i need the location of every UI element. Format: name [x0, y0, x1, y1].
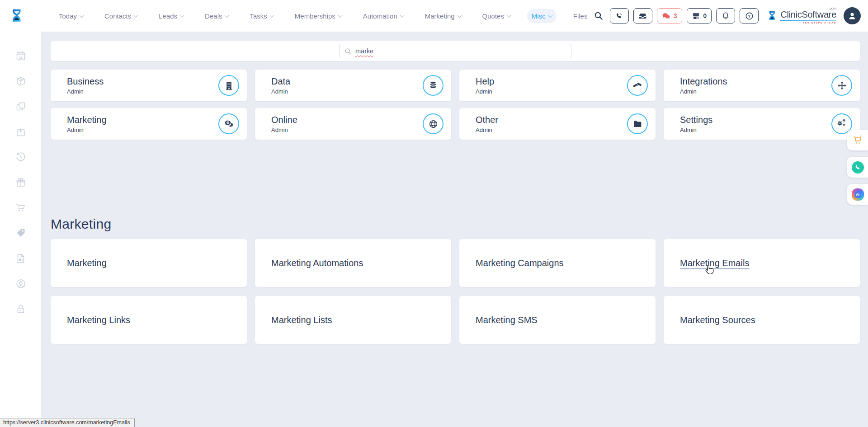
card-help[interactable]: Help Admin — [459, 70, 656, 101]
store-count-badge: 0 — [703, 12, 707, 19]
chevron-down-icon — [225, 13, 229, 18]
nav-item-leads[interactable]: Leads — [154, 9, 188, 23]
admin-card-grid: Business Admin Data Admin Help Admin — [51, 70, 860, 140]
search-band: marke — [51, 41, 860, 61]
package-icon[interactable] — [15, 76, 26, 87]
history-icon[interactable] — [15, 152, 26, 163]
clinicsoftware-brand[interactable]: ClinicSoftware .com TEN STEPS AHEAD — [767, 8, 836, 24]
card-marketing-emails[interactable]: Marketing Emails — [664, 239, 860, 287]
clinicsoftware-logo-icon[interactable] — [9, 5, 24, 27]
chevron-down-icon — [457, 13, 462, 18]
nav-item-misc[interactable]: Misc — [527, 9, 557, 23]
nav-item-marketing[interactable]: Marketing — [420, 9, 466, 23]
card-marketing[interactable]: Marketing — [51, 239, 247, 287]
chat-count-badge: 3 — [674, 12, 677, 19]
nav-item-quotes[interactable]: Quotes — [478, 9, 515, 23]
gift-icon[interactable] — [15, 177, 26, 188]
card-business[interactable]: Business Admin — [51, 70, 247, 101]
chevron-down-icon — [80, 13, 84, 18]
store-button[interactable]: 0 — [687, 8, 712, 23]
helping-hands-icon — [627, 75, 648, 96]
brand-name: ClinicSoftware — [780, 9, 836, 19]
calendar-12-icon[interactable]: 12 — [15, 51, 26, 61]
top-bar: Today Contacts Leads Deals Tasks Members… — [0, 0, 868, 32]
chevron-down-icon — [269, 13, 274, 18]
chevron-down-icon — [338, 13, 342, 18]
chevron-down-icon — [180, 13, 184, 18]
nav-item-automation[interactable]: Automation — [359, 9, 408, 23]
store-icon — [692, 12, 700, 20]
left-sidebar: 12 — [0, 32, 41, 427]
globe-icon — [423, 113, 443, 134]
folder-icon — [627, 113, 648, 134]
card-settings[interactable]: Settings Admin — [664, 108, 860, 140]
phone-floating-button[interactable] — [847, 157, 868, 178]
chevron-down-icon — [400, 13, 404, 18]
chats-button[interactable]: 3 — [657, 8, 682, 23]
chevron-down-icon — [548, 13, 552, 18]
main-nav: Today Contacts Leads Deals Tasks Members… — [54, 9, 592, 23]
bell-icon — [722, 12, 730, 20]
tag-icon[interactable] — [15, 228, 26, 239]
card-marketing-links[interactable]: Marketing Links — [51, 296, 247, 344]
user-avatar[interactable] — [844, 7, 861, 24]
building-icon — [218, 75, 239, 96]
search-icon[interactable] — [594, 11, 604, 21]
database-icon — [423, 75, 443, 96]
hourglass-icon — [767, 8, 778, 24]
account-icon[interactable] — [15, 278, 26, 289]
chevron-down-icon — [507, 13, 511, 18]
ai-floating-button[interactable]: AI — [847, 184, 868, 205]
main-content: marke Business Admin Data Admin Help — [41, 32, 868, 427]
card-integrations[interactable]: Integrations Admin — [664, 70, 860, 101]
search-icon — [344, 48, 351, 55]
svg-text:?: ? — [748, 14, 750, 18]
nav-item-deals[interactable]: Deals — [200, 9, 233, 23]
card-marketing-automations[interactable]: Marketing Automations — [255, 239, 451, 287]
cart-floating-button[interactable] — [847, 130, 868, 150]
section-divider — [51, 353, 860, 353]
person-icon — [847, 10, 858, 21]
nav-item-memberships[interactable]: Memberships — [290, 9, 346, 23]
clone-icon[interactable] — [15, 101, 26, 112]
brand-tagline: TEN STEPS AHEAD — [803, 21, 836, 24]
card-data[interactable]: Data Admin — [255, 70, 451, 101]
search-value: marke — [355, 47, 373, 55]
mouse-cursor-icon — [703, 264, 715, 277]
lock-icon[interactable] — [15, 304, 26, 314]
chevron-down-icon — [134, 13, 138, 18]
calls-button[interactable] — [610, 8, 629, 23]
box-receive-icon[interactable] — [15, 127, 26, 137]
card-marketing-admin[interactable]: Marketing Admin $ — [51, 108, 247, 140]
move-arrows-icon — [831, 75, 852, 96]
svg-text:$: $ — [227, 121, 229, 124]
card-other[interactable]: Other Admin — [459, 108, 656, 140]
card-marketing-sms[interactable]: Marketing SMS — [459, 296, 656, 344]
cart-icon[interactable] — [15, 202, 26, 213]
chat-bubbles-icon — [662, 12, 670, 20]
card-marketing-campaigns[interactable]: Marketing Campaigns — [459, 239, 656, 287]
ai-icon: AI — [852, 188, 864, 201]
card-marketing-sources[interactable]: Marketing Sources — [664, 296, 860, 344]
floating-action-stack: AI — [847, 130, 868, 205]
section-title: Marketing — [51, 216, 860, 232]
cart-icon — [852, 135, 863, 145]
nav-item-files[interactable]: Files — [569, 9, 592, 23]
search-input[interactable]: marke — [339, 44, 571, 58]
nav-item-contacts[interactable]: Contacts — [100, 9, 142, 23]
nav-item-tasks[interactable]: Tasks — [245, 9, 278, 23]
inbox-button[interactable] — [633, 8, 652, 23]
topbar-actions: 3 0 ? ClinicSoftware .com TEN STEPS AHEA… — [594, 7, 861, 24]
phone-icon — [852, 161, 864, 174]
link-status-bar: https://server3.clinicsoftware.com/marke… — [0, 418, 135, 427]
question-icon: ? — [745, 12, 754, 20]
brand-tld: .com — [829, 6, 836, 10]
report-icon[interactable] — [15, 253, 26, 264]
phone-icon — [615, 12, 623, 20]
inbox-icon — [638, 12, 647, 20]
notifications-button[interactable] — [716, 8, 735, 23]
card-marketing-lists[interactable]: Marketing Lists — [255, 296, 451, 344]
nav-item-today[interactable]: Today — [54, 9, 88, 23]
help-button[interactable]: ? — [740, 8, 759, 23]
card-online[interactable]: Online Admin — [255, 108, 451, 140]
